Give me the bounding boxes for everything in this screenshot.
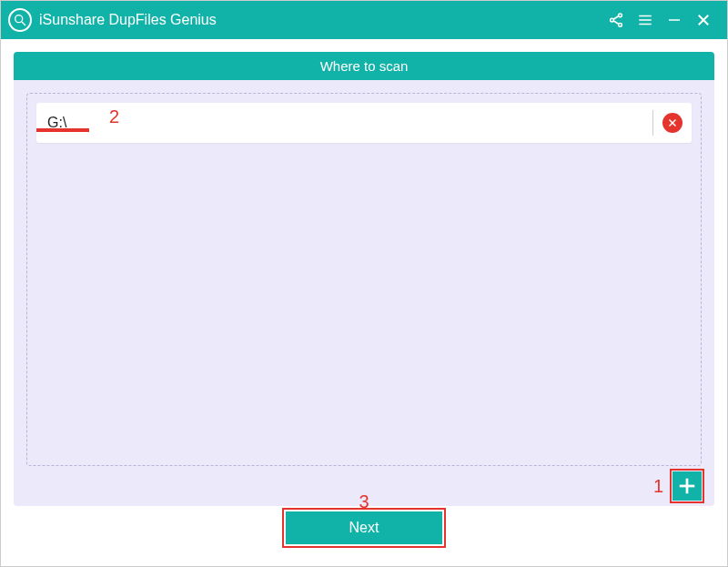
app-logo-icon bbox=[8, 8, 32, 32]
title-bar: iSunshare DupFiles Genius bbox=[1, 1, 727, 39]
scan-panel: Where to scan G:\ 2 1 bbox=[14, 52, 714, 506]
panel-header: Where to scan bbox=[14, 52, 714, 80]
minimize-button[interactable] bbox=[660, 1, 689, 39]
annotation-callout-1: 1 bbox=[653, 476, 663, 497]
add-path-button[interactable] bbox=[672, 471, 702, 501]
app-title: iSunshare DupFiles Genius bbox=[39, 12, 217, 28]
annotation-callout-2: 2 bbox=[109, 106, 119, 127]
scan-path-dropzone[interactable]: G:\ 2 bbox=[26, 93, 702, 466]
annotation-underline bbox=[36, 128, 89, 132]
menu-button[interactable] bbox=[631, 1, 660, 39]
svg-line-6 bbox=[613, 21, 619, 25]
next-button[interactable]: Next bbox=[286, 511, 442, 544]
share-button[interactable] bbox=[602, 1, 631, 39]
svg-line-5 bbox=[613, 16, 619, 20]
annotation-callout-3: 3 bbox=[359, 491, 369, 512]
path-row: G:\ bbox=[36, 103, 692, 143]
separator bbox=[652, 110, 653, 136]
close-button[interactable] bbox=[689, 1, 718, 39]
svg-point-0 bbox=[15, 15, 23, 23]
svg-line-1 bbox=[22, 22, 25, 25]
footer: 3 Next bbox=[14, 506, 714, 559]
app-window: iSunshare DupFiles Genius Where to s bbox=[0, 0, 728, 567]
content-area: Where to scan G:\ 2 1 bbox=[1, 39, 727, 566]
remove-path-button[interactable] bbox=[662, 113, 682, 133]
